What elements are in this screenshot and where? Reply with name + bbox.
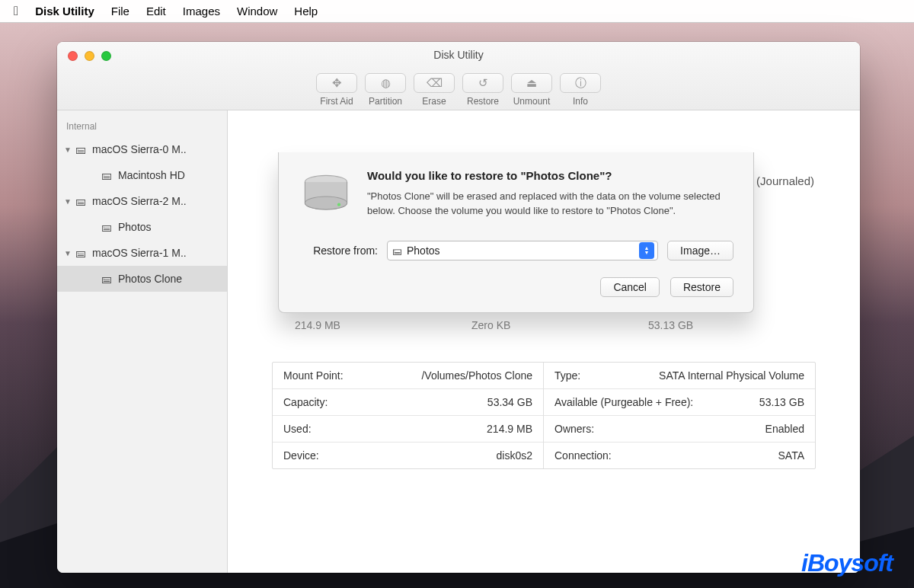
detail-row: Type:SATA Internal Physical Volume: [544, 363, 815, 389]
hard-drive-icon: [299, 169, 353, 224]
toolbar-label: Info: [573, 96, 588, 107]
menu-images[interactable]: Images: [183, 5, 220, 18]
volume-icon: 🖴: [100, 221, 113, 233]
disk-icon: 🖴: [74, 195, 88, 207]
toolbar-partition[interactable]: ◍Partition: [365, 73, 406, 107]
titlebar: Disk Utility ✥First Aid ◍Partition ⌫Eras…: [57, 42, 860, 110]
unmount-icon: ⏏: [511, 73, 552, 93]
dialog-body: "Photos Clone" will be erased and replac…: [367, 190, 733, 219]
detail-value: 53.34 GB: [487, 396, 532, 408]
volume-details-table: Mount Point:/Volumes/Photos Clone Capaci…: [272, 362, 816, 469]
restore-from-label: Restore from:: [299, 244, 378, 257]
detail-value: SATA: [778, 449, 805, 462]
dropdown-caret-icon: ▲▼: [639, 242, 654, 259]
toolbar-first-aid[interactable]: ✥First Aid: [316, 73, 357, 107]
detail-key: Connection:: [554, 449, 612, 462]
menu-window[interactable]: Window: [237, 5, 277, 18]
cancel-button[interactable]: Cancel: [600, 277, 660, 297]
restore-button[interactable]: Restore: [670, 277, 733, 297]
watermark: iBoysoft: [801, 549, 893, 577]
sidebar-item-label: macOS Sierra-0 M..: [92, 143, 187, 155]
detail-row: Used:214.9 MB: [273, 416, 543, 443]
disk-icon: 🖴: [74, 143, 88, 155]
sidebar-item-label: Photos Clone: [118, 273, 182, 285]
menu-file[interactable]: File: [111, 5, 129, 18]
volume-format-label: d (Journaled): [747, 174, 814, 187]
restore-from-select[interactable]: 🖴 Photos ▲▼: [387, 241, 658, 260]
sidebar-item-label: macOS Sierra-1 M..: [92, 247, 187, 259]
toolbar-info[interactable]: ⓘInfo: [560, 73, 601, 107]
volume-icon: 🖴: [100, 273, 113, 285]
restore-dialog: Would you like to restore to "Photos Clo…: [278, 152, 754, 313]
partition-icon: ◍: [365, 73, 406, 93]
sidebar-item-label: macOS Sierra-2 M..: [92, 195, 187, 207]
app-menu[interactable]: Disk Utility: [35, 5, 94, 18]
detail-key: Capacity:: [283, 396, 328, 408]
toolbar-label: Restore: [467, 96, 499, 107]
detail-row: Connection:SATA: [544, 443, 815, 468]
svg-point-5: [305, 197, 347, 209]
detail-value: disk0s2: [497, 449, 532, 462]
detail-key: Used:: [283, 423, 312, 435]
restore-from-value: Photos: [407, 244, 639, 257]
detail-row: Available (Purgeable + Free):53.13 GB: [544, 389, 815, 416]
toolbar-label: Unmount: [513, 96, 551, 107]
detail-row: Device:disk0s2: [273, 443, 543, 468]
sidebar-volume-macintosh-hd[interactable]: ▼🖴Macintosh HD: [57, 162, 227, 188]
detail-row: Mount Point:/Volumes/Photos Clone: [273, 363, 543, 389]
menu-help[interactable]: Help: [294, 5, 318, 18]
disclosure-triangle-icon[interactable]: ▼: [62, 197, 74, 206]
disclosure-triangle-icon[interactable]: ▼: [62, 145, 74, 154]
detail-value: SATA Internal Physical Volume: [659, 369, 804, 382]
volume-icon: 🖴: [392, 245, 402, 257]
toolbar-restore[interactable]: ↺Restore: [462, 73, 503, 107]
stat-value: Zero KB: [471, 319, 578, 331]
toolbar-label: Partition: [369, 96, 402, 107]
detail-value: 53.13 GB: [759, 396, 804, 408]
toolbar: ✥First Aid ◍Partition ⌫Erase ↺Restore ⏏U…: [57, 73, 860, 107]
erase-icon: ⌫: [414, 73, 455, 93]
detail-row: Owners:Enabled: [544, 416, 815, 443]
detail-key: Device:: [283, 449, 319, 462]
macos-menubar:  Disk Utility File Edit Images Window H…: [0, 0, 914, 23]
toolbar-label: First Aid: [320, 96, 353, 107]
detail-value: 214.9 MB: [487, 423, 532, 435]
disk-utility-window: Disk Utility ✥First Aid ◍Partition ⌫Eras…: [57, 42, 860, 573]
sidebar-volume-photos-clone[interactable]: ▼🖴Photos Clone: [57, 266, 227, 292]
disclosure-triangle-icon[interactable]: ▼: [62, 249, 74, 257]
detail-key: Mount Point:: [283, 369, 344, 382]
detail-key: Type:: [554, 369, 580, 382]
sidebar-item-label: Photos: [118, 221, 152, 233]
menu-edit[interactable]: Edit: [146, 5, 166, 18]
toolbar-unmount[interactable]: ⏏Unmount: [511, 73, 552, 107]
detail-key: Available (Purgeable + Free):: [554, 396, 693, 408]
sidebar-item-label: Macintosh HD: [118, 169, 185, 181]
detail-value: Enabled: [765, 423, 804, 435]
stat-value: 214.9 MB: [295, 319, 401, 331]
disk-icon: 🖴: [74, 247, 88, 259]
detail-key: Owners:: [554, 423, 594, 435]
info-icon: ⓘ: [560, 73, 601, 93]
toolbar-label: Erase: [422, 96, 446, 107]
svg-point-6: [337, 203, 340, 206]
toolbar-erase[interactable]: ⌫Erase: [414, 73, 455, 107]
first-aid-icon: ✥: [316, 73, 357, 93]
apple-menu-icon[interactable]: : [14, 4, 18, 19]
detail-value: /Volumes/Photos Clone: [421, 369, 532, 382]
detail-row: Capacity:53.34 GB: [273, 389, 543, 416]
sidebar-disk-0[interactable]: ▼🖴macOS Sierra-0 M..: [57, 136, 227, 162]
sidebar: Internal ▼🖴macOS Sierra-0 M.. ▼🖴Macintos…: [57, 110, 228, 573]
sidebar-disk-2[interactable]: ▼🖴macOS Sierra-2 M..: [57, 188, 227, 214]
dialog-title: Would you like to restore to "Photos Clo…: [367, 169, 733, 182]
window-title: Disk Utility: [57, 49, 860, 61]
image-button[interactable]: Image…: [667, 241, 733, 260]
sidebar-disk-1[interactable]: ▼🖴macOS Sierra-1 M..: [57, 240, 227, 266]
restore-icon: ↺: [462, 73, 503, 93]
sidebar-section-label: Internal: [57, 117, 227, 136]
sidebar-volume-photos[interactable]: ▼🖴Photos: [57, 214, 227, 240]
volume-icon: 🖴: [100, 169, 113, 181]
stat-value: 53.13 GB: [648, 319, 755, 331]
